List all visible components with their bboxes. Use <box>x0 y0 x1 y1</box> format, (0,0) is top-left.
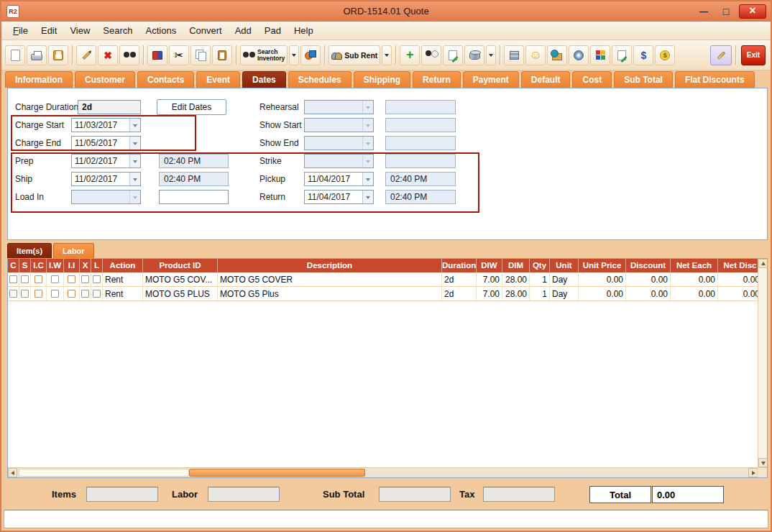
prep-date-combo[interactable]: 11/02/2017 <box>71 154 141 168</box>
tab-cost[interactable]: Cost <box>572 71 612 88</box>
search-inventory-dropdown[interactable] <box>289 45 299 65</box>
cell-discount[interactable]: 0.00 <box>626 287 671 301</box>
cell-discount[interactable]: 0.00 <box>626 272 671 286</box>
archive-button[interactable] <box>464 45 484 65</box>
vertical-scrollbar[interactable] <box>758 259 767 467</box>
cell-dim[interactable]: 28.00 <box>502 287 530 301</box>
archive-dropdown[interactable] <box>486 45 496 65</box>
load-in-date-combo[interactable] <box>71 190 141 204</box>
horizontal-scrollbar[interactable] <box>8 467 758 477</box>
shapes-button[interactable] <box>300 45 321 65</box>
cell-duration[interactable]: 2d <box>442 272 477 286</box>
scroll-down-arrow[interactable] <box>758 458 768 467</box>
cell-unit[interactable]: Day <box>550 287 579 301</box>
currency-exchange-button[interactable]: $ <box>633 45 653 65</box>
cell-description[interactable]: MOTO G5 COVER <box>218 272 442 286</box>
edit-note-button[interactable] <box>443 45 463 65</box>
chevron-down-icon[interactable] <box>129 119 140 132</box>
cell-qty[interactable]: 1 <box>530 287 550 301</box>
menu-edit[interactable]: Edit <box>35 23 63 38</box>
col-header-unit-price[interactable]: Unit Price <box>579 259 626 272</box>
horizontal-scroll-thumb[interactable] <box>189 469 365 477</box>
checkbox-x[interactable] <box>81 290 89 298</box>
save-button[interactable] <box>48 45 68 65</box>
menu-pad[interactable]: Pad <box>259 23 287 38</box>
maximize-button[interactable] <box>717 4 735 19</box>
tab-information[interactable]: Information <box>5 71 73 88</box>
cell-product-id[interactable]: MOTO G5 COV... <box>143 272 218 286</box>
contact-button[interactable]: ☺ <box>525 45 546 65</box>
tab-shipping[interactable]: Shipping <box>354 71 410 88</box>
options-button[interactable] <box>421 45 441 65</box>
cube-button[interactable] <box>590 45 610 65</box>
cell-unit-price[interactable]: 0.00 <box>579 287 626 301</box>
col-header-diw[interactable]: DIW <box>477 259 502 272</box>
menu-file[interactable]: File <box>7 23 34 38</box>
tab-sub-total[interactable]: Sub Total <box>614 71 673 88</box>
charge-start-combo[interactable]: 11/03/2017 <box>71 118 141 132</box>
menu-help[interactable]: Help <box>288 23 319 38</box>
chevron-down-icon[interactable] <box>362 173 373 185</box>
charge-duration-field[interactable]: 2d <box>78 100 141 114</box>
cell-action[interactable]: Rent <box>103 287 143 301</box>
cell-net-each[interactable]: 0.00 <box>671 272 718 286</box>
return-time-field[interactable]: 02:40 PM <box>385 190 456 204</box>
checkbox-iw[interactable] <box>51 275 59 283</box>
edit-dates-button[interactable]: Edit Dates <box>157 99 226 115</box>
delete-button[interactable]: ✖ <box>98 45 118 65</box>
pickup-date-combo[interactable]: 11/04/2017 <box>304 172 374 186</box>
cell-unit[interactable]: Day <box>550 272 579 286</box>
col-header-iw[interactable]: I.W <box>47 259 64 272</box>
checkbox-x[interactable] <box>81 275 89 283</box>
magic-wand-button[interactable] <box>710 45 732 65</box>
cell-description[interactable]: MOTO G5 Plus <box>218 287 442 301</box>
checkbox-ic[interactable] <box>35 275 42 283</box>
menu-view[interactable]: View <box>64 23 96 38</box>
chevron-down-icon[interactable] <box>129 137 140 150</box>
checkbox-ic[interactable] <box>35 290 42 298</box>
close-button[interactable] <box>739 4 766 19</box>
tab-default[interactable]: Default <box>521 71 571 88</box>
checkbox-iw[interactable] <box>51 290 59 298</box>
cut-button[interactable]: ✂ <box>169 45 189 65</box>
table-row[interactable]: Rent MOTO G5 PLUS MOTO G5 Plus 2d 7.00 2… <box>8 287 767 301</box>
sub-rent-dropdown[interactable] <box>382 45 392 65</box>
exit-button[interactable]: Exit <box>741 45 766 65</box>
find-button[interactable] <box>119 45 139 65</box>
checkbox-ii[interactable] <box>68 275 75 283</box>
disc-button[interactable] <box>569 45 589 65</box>
paste-button[interactable] <box>212 45 232 65</box>
menu-convert[interactable]: Convert <box>183 23 228 38</box>
tab-customer[interactable]: Customer <box>75 71 135 88</box>
cell-product-id[interactable]: MOTO G5 PLUS <box>143 287 218 301</box>
col-header-net-disc[interactable]: Net Disc <box>718 259 763 272</box>
tab-contacts[interactable]: Contacts <box>137 71 194 88</box>
chevron-down-icon[interactable] <box>362 191 373 203</box>
load-in-time-field[interactable] <box>159 190 229 204</box>
checkbox-l[interactable] <box>93 275 101 283</box>
tab-dates[interactable]: Dates <box>242 71 286 88</box>
menu-add[interactable]: Add <box>229 23 257 38</box>
cell-action[interactable]: Rent <box>103 272 143 286</box>
table-row[interactable]: Rent MOTO G5 COV... MOTO G5 COVER 2d 7.0… <box>8 272 767 287</box>
col-header-action[interactable]: Action <box>103 259 143 272</box>
chevron-down-icon[interactable] <box>129 173 140 185</box>
col-header-qty[interactable]: Qty <box>530 259 550 272</box>
menu-actions[interactable]: Actions <box>140 23 183 38</box>
col-header-ic[interactable]: I.C <box>31 259 47 272</box>
print-button[interactable] <box>27 45 47 65</box>
cell-duration[interactable]: 2d <box>442 287 477 301</box>
charge-end-combo[interactable]: 11/05/2017 <box>71 136 141 150</box>
checkbox-s[interactable] <box>21 275 29 283</box>
tab-schedules[interactable]: Schedules <box>288 71 351 88</box>
cell-qty[interactable]: 1 <box>530 272 550 286</box>
cell-net-each[interactable]: 0.00 <box>671 287 718 301</box>
checkbox-ii[interactable] <box>68 290 75 298</box>
checkbox-c[interactable] <box>9 290 17 298</box>
new-document-button[interactable] <box>5 45 25 65</box>
col-header-duration[interactable]: Duration <box>442 259 477 272</box>
pickup-time-field[interactable]: 02:40 PM <box>385 172 456 186</box>
chevron-down-icon[interactable] <box>129 155 140 168</box>
money-button[interactable] <box>655 45 675 65</box>
edit-button[interactable] <box>76 45 96 65</box>
